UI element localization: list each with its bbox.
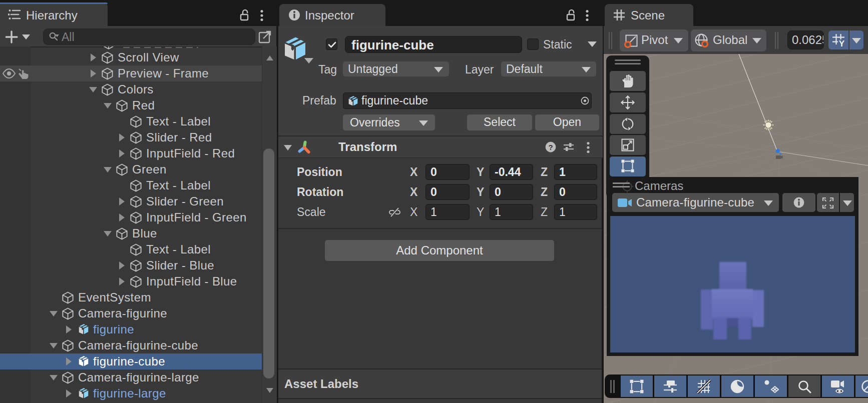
svg-text:?: ? bbox=[548, 143, 553, 152]
svg-text:Y: Y bbox=[839, 39, 845, 47]
